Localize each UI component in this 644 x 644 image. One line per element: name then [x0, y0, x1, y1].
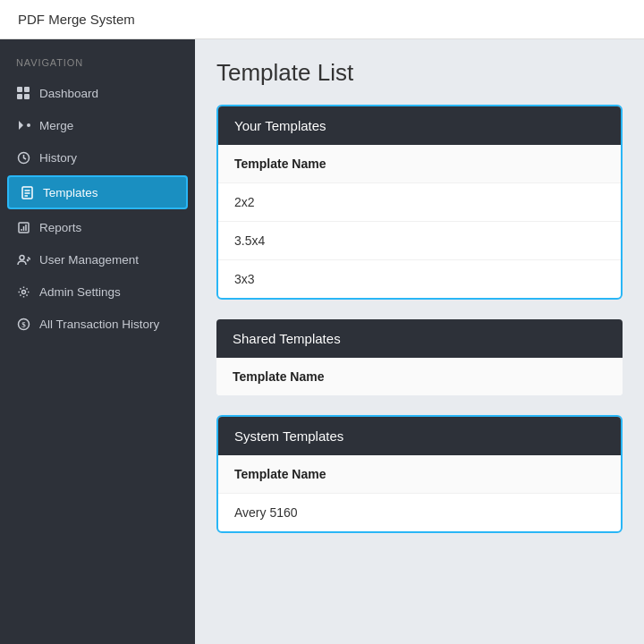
main-layout: Navigation Dashboard Merge: [0, 39, 644, 644]
list-item[interactable]: 2x2: [218, 183, 621, 222]
user-management-icon: [16, 252, 30, 267]
svg-rect-0: [17, 87, 22, 92]
svg-point-14: [20, 255, 24, 259]
shared-templates-body: Template Name: [216, 358, 623, 395]
your-templates-body: Template Name 2x2 3.5x4 3x3: [218, 145, 621, 298]
svg-text:$: $: [21, 320, 26, 329]
shared-templates-section: Shared Templates Template Name: [216, 319, 623, 395]
dashboard-icon: [16, 86, 30, 100]
content-area: Template List Your Templates Template Na…: [195, 39, 644, 644]
sidebar: Navigation Dashboard Merge: [0, 39, 195, 644]
your-templates-heading: Your Templates: [218, 106, 621, 145]
svg-point-15: [21, 290, 25, 293]
shared-templates-heading: Shared Templates: [216, 319, 623, 358]
list-item[interactable]: 3x3: [218, 260, 621, 298]
your-templates-column-header: Template Name: [218, 145, 621, 183]
list-item[interactable]: 3.5x4: [218, 222, 621, 260]
sidebar-item-label: Dashboard: [39, 87, 98, 100]
sidebar-item-templates[interactable]: Templates: [7, 175, 188, 209]
your-templates-section: Your Templates Template Name 2x2 3.5x4 3…: [216, 105, 623, 300]
merge-icon: [16, 118, 30, 132]
reports-icon: [16, 220, 30, 234]
sidebar-item-label: Reports: [39, 221, 81, 234]
admin-settings-icon: [16, 284, 30, 299]
transaction-icon: $: [16, 317, 30, 331]
sidebar-item-merge[interactable]: Merge: [0, 109, 195, 141]
sidebar-item-admin-settings[interactable]: Admin Settings: [0, 275, 195, 308]
topbar: PDF Merge System: [0, 0, 644, 39]
history-icon: [16, 150, 30, 165]
sidebar-item-user-management[interactable]: User Management: [0, 243, 195, 275]
system-templates-column-header: Template Name: [218, 455, 621, 494]
svg-rect-1: [24, 87, 30, 92]
svg-rect-2: [17, 94, 22, 99]
system-templates-section: System Templates Template Name Avery 516…: [216, 415, 623, 533]
svg-point-4: [27, 123, 30, 127]
sidebar-item-reports[interactable]: Reports: [0, 211, 195, 243]
sidebar-item-label: Templates: [43, 186, 98, 199]
sidebar-item-history[interactable]: History: [0, 141, 195, 174]
sidebar-item-label: History: [39, 151, 77, 165]
nav-label: Navigation: [0, 52, 195, 77]
templates-icon: [20, 185, 34, 199]
system-templates-heading: System Templates: [218, 417, 621, 455]
sidebar-item-dashboard[interactable]: Dashboard: [0, 77, 195, 109]
sidebar-item-label: All Transaction History: [39, 318, 159, 331]
sidebar-item-label: User Management: [39, 253, 139, 267]
list-item[interactable]: Avery 5160: [218, 494, 621, 531]
svg-rect-3: [24, 94, 30, 99]
sidebar-item-label: Merge: [39, 119, 73, 132]
shared-templates-column-header: Template Name: [216, 358, 623, 395]
app-title: PDF Merge System: [18, 12, 135, 27]
page-title: Template List: [216, 59, 623, 87]
sidebar-item-label: Admin Settings: [39, 285, 121, 299]
system-templates-body: Template Name Avery 5160: [218, 455, 621, 531]
sidebar-item-transaction-history[interactable]: $ All Transaction History: [0, 308, 195, 340]
